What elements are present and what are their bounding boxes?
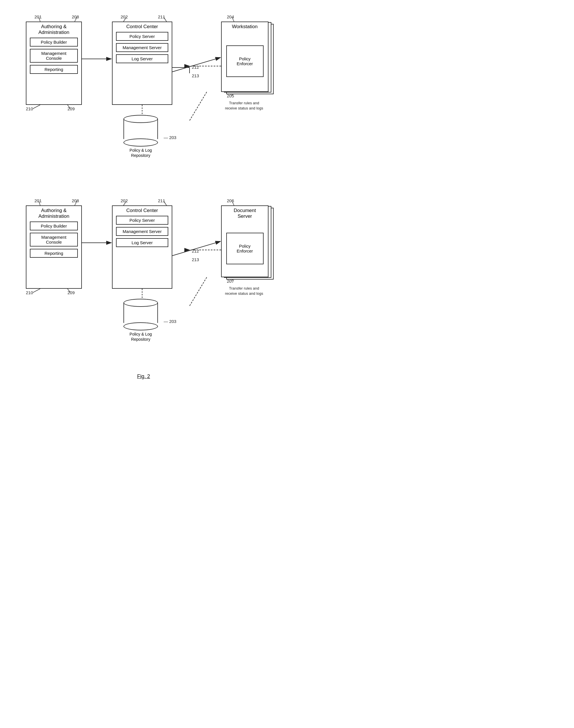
ref-212-d1: 212 bbox=[192, 65, 199, 70]
svg-line-25 bbox=[190, 277, 207, 306]
log-server-d1: Log Server bbox=[116, 54, 168, 63]
mgmt-server-d2: Management Server bbox=[116, 227, 168, 236]
workstation-title-d1: Workstation bbox=[229, 22, 260, 31]
ref-203-d2: — 203 bbox=[164, 319, 176, 324]
ref-204-d1: 204 bbox=[227, 14, 234, 19]
diagram1: 201 208 202 211 204 Authoring &Administr… bbox=[17, 11, 276, 173]
ref-211-d1: 211 bbox=[158, 14, 165, 19]
svg-line-10 bbox=[33, 105, 40, 109]
reporting-d2: Reporting bbox=[30, 249, 78, 258]
cyl-bottom-d1 bbox=[123, 139, 158, 147]
cyl-top-d1 bbox=[123, 115, 158, 123]
caption-d2: Transfer rules andreceive status and log… bbox=[215, 286, 273, 296]
policy-server-d2: Policy Server bbox=[116, 216, 168, 225]
docserver-box-d2: DocumentServer PolicyEnforcer bbox=[221, 205, 269, 277]
policy-builder-d1: Policy Builder bbox=[30, 38, 78, 46]
ref-208-d2: 208 bbox=[72, 198, 79, 203]
caption-d1: Transfer rules andreceive status and log… bbox=[215, 101, 273, 111]
policy-enforcer-box-d2: PolicyEnforcer bbox=[226, 233, 263, 264]
policy-enforcer-label-d1: PolicyEnforcer bbox=[237, 56, 253, 66]
ref-202-d1: 202 bbox=[121, 14, 128, 19]
mgmt-console-d2: Management Console bbox=[30, 233, 78, 246]
svg-line-26 bbox=[33, 289, 40, 293]
docserver-title-d2: DocumentServer bbox=[231, 206, 259, 220]
cyl-bottom-d2 bbox=[123, 322, 158, 331]
ref-209-d1: 209 bbox=[68, 106, 75, 111]
repository-d2: Policy & LogRepository bbox=[123, 299, 158, 342]
fig-label: Fig. 2 bbox=[17, 374, 270, 380]
control-box-d1: Control Center Policy Server Management … bbox=[112, 22, 172, 105]
ref-213-d2: 213 bbox=[192, 257, 199, 262]
control-box-d2: Control Center Policy Server Management … bbox=[112, 205, 172, 289]
ref-202-d2: 202 bbox=[121, 198, 128, 203]
ref-208-d1: 208 bbox=[72, 14, 79, 19]
ref-210-d1: 210 bbox=[26, 106, 33, 111]
authoring-title-d2: Authoring &Administration bbox=[36, 206, 72, 220]
mgmt-console-d1: Management Console bbox=[30, 49, 78, 63]
diagram2: 201 208 202 211 206 Authoring &Administr… bbox=[17, 195, 276, 362]
ref-206-d2: 206 bbox=[227, 198, 234, 203]
ref-212-d2: 212 bbox=[192, 248, 199, 254]
policy-enforcer-box-d1: PolicyEnforcer bbox=[226, 45, 263, 77]
control-title-d2: Control Center bbox=[123, 206, 161, 215]
policy-builder-d2: Policy Builder bbox=[30, 222, 78, 230]
ref-203-d1: — 203 bbox=[164, 135, 176, 140]
ref-201-d1: 201 bbox=[35, 14, 42, 19]
ref-201-d2: 201 bbox=[35, 198, 42, 203]
workstation-box-d1: Workstation PolicyEnforcer bbox=[221, 22, 269, 92]
cyl-top-d2 bbox=[123, 299, 158, 307]
repository-d1: Policy & LogRepository bbox=[123, 115, 158, 158]
policy-server-d1: Policy Server bbox=[116, 32, 168, 41]
authoring-box-d1: Authoring &Administration Policy Builder… bbox=[26, 22, 82, 105]
policy-enforcer-label-d2: PolicyEnforcer bbox=[237, 244, 253, 254]
repo-label-d2: Policy & LogRepository bbox=[129, 332, 152, 342]
page: 201 208 202 211 204 Authoring &Administr… bbox=[0, 0, 287, 391]
authoring-box-d2: Authoring &Administration Policy Builder… bbox=[26, 205, 82, 289]
repo-label-d1: Policy & LogRepository bbox=[129, 148, 152, 158]
mgmt-server-d1: Management Server bbox=[116, 43, 168, 52]
ref-211-d2: 211 bbox=[158, 198, 165, 203]
log-server-d2: Log Server bbox=[116, 238, 168, 247]
ref-210-d2: 210 bbox=[26, 290, 33, 295]
reporting-d1: Reporting bbox=[30, 65, 78, 74]
ref-213-d1: 213 bbox=[192, 73, 199, 78]
authoring-title-d1: Authoring &Administration bbox=[36, 22, 72, 37]
ref-209-d2: 209 bbox=[68, 290, 75, 295]
control-title-d1: Control Center bbox=[123, 22, 161, 31]
svg-line-9 bbox=[190, 92, 207, 121]
